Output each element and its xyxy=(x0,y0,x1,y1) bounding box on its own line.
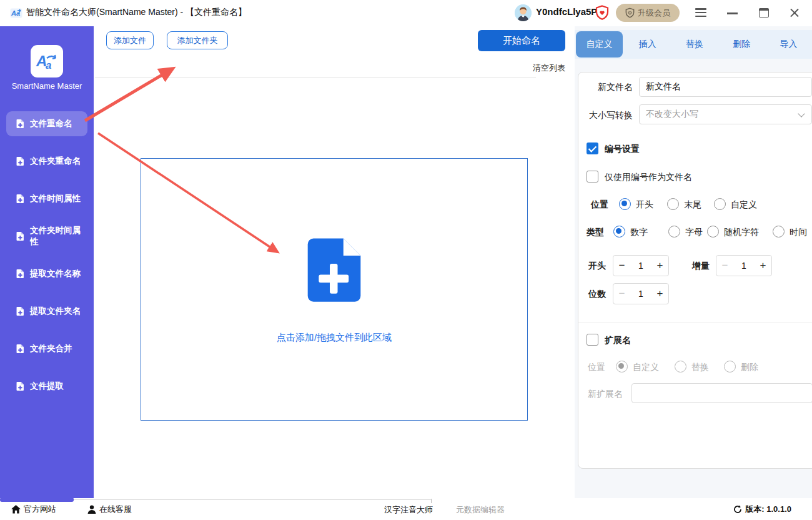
tab-replace[interactable]: 替换 xyxy=(671,30,718,59)
avatar[interactable] xyxy=(515,4,532,21)
document-plus-icon xyxy=(16,156,24,166)
plus-button[interactable]: + xyxy=(651,288,668,300)
settings-tabbar: 自定义 插入 替换 删除 导入 xyxy=(575,30,812,59)
version-label: 版本: 1.0.1.0 xyxy=(745,504,791,515)
type-radio-letter[interactable] xyxy=(668,226,680,238)
position-radio-start[interactable] xyxy=(619,198,631,210)
only-number-label: 仅使用编号作为文件名 xyxy=(605,172,692,183)
close-button[interactable] xyxy=(789,8,800,18)
case-conversion-label: 大小写转换 xyxy=(580,109,633,121)
sidebar-item-folder-merge[interactable]: 文件夹合并 xyxy=(6,336,87,361)
type-option-label[interactable]: 字母 xyxy=(685,227,703,238)
official-site-link[interactable]: 官方网站 xyxy=(11,504,56,515)
ext-position-radio-replace[interactable] xyxy=(675,361,686,372)
sidebar-item-file-time[interactable]: 文件时间属性 xyxy=(6,186,87,211)
sidebar-item-folder-rename[interactable]: 文件夹重命名 xyxy=(6,149,87,174)
tab-insert[interactable]: 插入 xyxy=(624,30,671,59)
toolbar-divider xyxy=(95,78,536,78)
digits-label: 位数 xyxy=(588,289,606,300)
increment-stepper: − 1 + xyxy=(716,255,772,276)
vip-badge-icon xyxy=(595,5,609,20)
sidebar-item-folder-time[interactable]: 文件夹时间属性 xyxy=(6,224,87,249)
new-extension-input[interactable] xyxy=(631,383,812,403)
add-folders-button[interactable]: 添加文件夹 xyxy=(167,31,228,49)
position-option-label[interactable]: 末尾 xyxy=(684,199,701,211)
footer-scrollbar-thumb[interactable] xyxy=(0,498,74,502)
sidebar-item-label: 提取文件夹名 xyxy=(30,306,81,317)
tab-import[interactable]: 导入 xyxy=(765,30,812,59)
minus-button[interactable]: − xyxy=(613,259,630,272)
person-icon xyxy=(87,505,96,514)
upgrade-member-button[interactable]: 升级会员 xyxy=(616,4,680,22)
new-filename-label: 新文件名 xyxy=(580,81,633,92)
custom-settings-card: 新文件名 大小写转换 不改变大小写 编号设置 仅使用编号作为文件名 位置 开头 … xyxy=(578,72,812,469)
maximize-button[interactable] xyxy=(759,8,769,18)
sidebar-item-file-extract[interactable]: 文件提取 xyxy=(6,374,87,399)
window-title: 智能文件命名大师(SmartName Master) - 【文件重命名】 xyxy=(26,7,247,18)
increment-label: 增量 xyxy=(692,261,710,272)
document-plus-icon xyxy=(16,194,24,204)
type-option-label[interactable]: 时间 xyxy=(790,227,807,238)
minimize-button[interactable] xyxy=(727,12,738,14)
only-number-checkbox[interactable] xyxy=(587,171,598,182)
start-number-stepper: − 1 + xyxy=(613,255,669,276)
footer-scrollbar-track xyxy=(0,499,431,500)
ext-position-option-label: 替换 xyxy=(691,362,709,373)
sidebar: A a SmartName Master 文件重命名 文件夹重命名 文件时间属性… xyxy=(0,26,94,499)
new-filename-input[interactable] xyxy=(639,77,812,97)
type-radio-number[interactable] xyxy=(613,226,625,238)
sidebar-item-extract-foldername[interactable]: 提取文件夹名 xyxy=(6,299,87,324)
shield-heart-icon xyxy=(625,8,635,18)
file-dropzone[interactable]: 点击添加/拖拽文件到此区域 xyxy=(141,158,528,421)
start-number-value[interactable]: 1 xyxy=(630,261,651,271)
type-option-label[interactable]: 数字 xyxy=(630,227,648,238)
tab-custom[interactable]: 自定义 xyxy=(576,31,623,58)
sidebar-item-label: 文件夹合并 xyxy=(30,343,72,354)
document-plus-icon xyxy=(16,306,24,316)
online-support-label: 在线客服 xyxy=(99,504,132,515)
refresh-icon[interactable] xyxy=(733,505,742,514)
settings-panel: 自定义 插入 替换 删除 导入 新文件名 大小写转换 不改变大小写 编号设置 仅… xyxy=(575,26,812,499)
sidebar-item-label: 文件夹重命名 xyxy=(30,156,81,167)
position-label: 位置 xyxy=(591,199,608,211)
menu-icon[interactable] xyxy=(695,8,706,17)
position-radio-custom[interactable] xyxy=(714,198,726,210)
sidebar-item-label: 文件时间属性 xyxy=(30,193,81,204)
case-conversion-select[interactable]: 不改变大小写 xyxy=(639,104,812,124)
sidebar-item-file-rename[interactable]: 文件重命名 xyxy=(6,111,87,136)
position-option-label[interactable]: 开头 xyxy=(636,199,653,211)
upgrade-member-label: 升级会员 xyxy=(638,8,670,19)
home-icon xyxy=(11,505,21,514)
pinyin-master-link[interactable]: 汉字注音大师 xyxy=(384,504,433,516)
ext-position-radio-delete[interactable] xyxy=(724,361,736,372)
clear-list-link[interactable]: 清空列表 xyxy=(503,62,565,74)
plus-button[interactable]: + xyxy=(651,259,668,272)
digits-value[interactable]: 1 xyxy=(630,289,651,299)
type-radio-time[interactable] xyxy=(773,226,785,238)
extension-checkbox[interactable] xyxy=(587,334,598,346)
start-rename-button[interactable]: 开始命名 xyxy=(478,30,565,51)
title-bar: Aa 智能文件命名大师(SmartName Master) - 【文件重命名】 … xyxy=(0,0,812,26)
section-divider xyxy=(578,322,812,323)
online-support-link[interactable]: 在线客服 xyxy=(87,504,132,515)
metadata-editor-link[interactable]: 元数据编辑器 xyxy=(456,504,505,516)
type-option-label[interactable]: 随机字符 xyxy=(724,227,759,238)
ext-position-option-label: 自定义 xyxy=(633,362,659,373)
type-label: 类型 xyxy=(587,227,604,238)
add-files-button[interactable]: 添加文件 xyxy=(106,31,154,49)
plus-button[interactable]: + xyxy=(755,259,771,272)
minus-button[interactable]: − xyxy=(716,259,733,272)
position-radio-end[interactable] xyxy=(667,198,679,210)
numbering-checkbox[interactable] xyxy=(587,142,598,154)
position-option-label[interactable]: 自定义 xyxy=(731,199,757,211)
type-radio-random[interactable] xyxy=(707,226,719,238)
sidebar-item-label: 文件重命名 xyxy=(30,118,72,129)
ext-position-radio-custom[interactable] xyxy=(616,361,628,372)
increment-value[interactable]: 1 xyxy=(733,261,755,271)
tab-delete[interactable]: 删除 xyxy=(718,30,765,59)
extension-label: 扩展名 xyxy=(605,335,631,346)
ext-position-label: 位置 xyxy=(588,362,605,373)
sidebar-item-extract-filename[interactable]: 提取文件名称 xyxy=(6,261,87,286)
document-plus-icon xyxy=(16,119,24,129)
minus-button[interactable]: − xyxy=(613,288,630,300)
